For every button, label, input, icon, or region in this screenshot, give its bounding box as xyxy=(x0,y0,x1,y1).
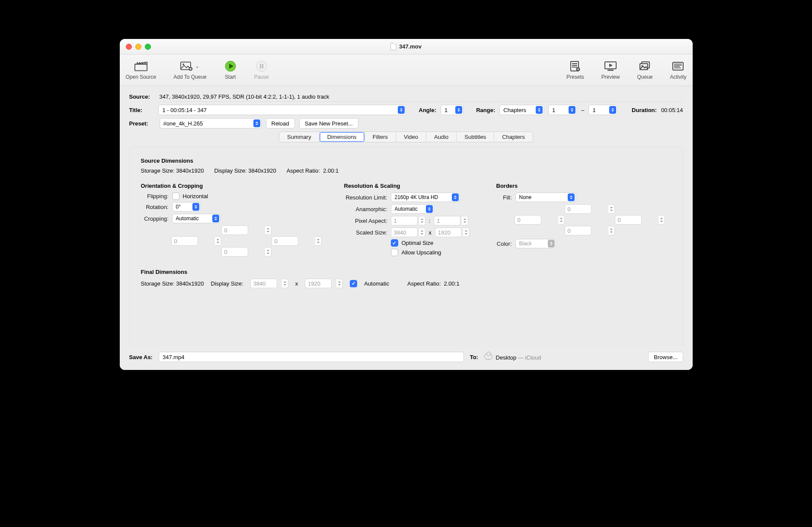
save-as-input[interactable]: 347.mp4 xyxy=(159,352,464,362)
stepper-icon[interactable] xyxy=(659,215,665,225)
colon-label: : xyxy=(429,218,431,224)
crop-right-input[interactable]: 0 xyxy=(272,236,298,246)
stepper-icon[interactable] xyxy=(215,236,221,246)
source-dimensions-heading: Source Dimensions xyxy=(141,157,671,164)
source-label: Source: xyxy=(129,93,155,100)
tab-summary[interactable]: Summary xyxy=(279,132,320,142)
svg-rect-15 xyxy=(673,62,683,70)
minimize-window-button[interactable] xyxy=(135,44,141,50)
stepper-arrows-icon xyxy=(398,106,405,114)
tab-video[interactable]: Video xyxy=(396,132,426,142)
stepper-icon[interactable] xyxy=(336,279,343,288)
stepper-icon[interactable] xyxy=(558,215,565,225)
cropping-label: Cropping: xyxy=(141,215,169,222)
angle-select[interactable]: 1 xyxy=(441,105,464,115)
stepper-icon[interactable] xyxy=(419,228,425,237)
stepper-icon[interactable] xyxy=(315,236,322,246)
scaled-height-input[interactable]: 1920 xyxy=(435,228,462,237)
presets-button[interactable]: Presets xyxy=(566,61,584,80)
tab-subtitles[interactable]: Subtitles xyxy=(457,132,494,142)
reload-button[interactable]: Reload xyxy=(266,118,295,129)
stepper-icon[interactable] xyxy=(265,247,272,257)
rotation-select[interactable]: 0° xyxy=(172,202,201,212)
window-title-text: 347.mov xyxy=(399,43,422,50)
fill-label: Fill: xyxy=(496,194,512,201)
crop-bottom-input[interactable]: 0 xyxy=(221,247,248,257)
start-label: Start xyxy=(225,74,236,80)
cropping-select[interactable]: Automatic xyxy=(172,214,221,223)
crop-top-input[interactable]: 0 xyxy=(221,225,248,235)
cloud-icon xyxy=(484,353,492,360)
browse-button[interactable]: Browse... xyxy=(648,352,683,362)
scaling-heading: Resolution & Scaling xyxy=(344,183,474,189)
svg-point-5 xyxy=(256,61,267,71)
destination[interactable]: Desktop — iCloud xyxy=(484,353,541,361)
separator xyxy=(162,101,683,102)
border-right-input[interactable]: 0 xyxy=(615,215,642,225)
stepper-arrows-icon xyxy=(536,106,543,114)
tab-chapters[interactable]: Chapters xyxy=(494,132,533,142)
fill-select[interactable]: None xyxy=(515,193,576,202)
svg-point-2 xyxy=(183,63,185,65)
queue-button[interactable]: Queue xyxy=(637,61,652,80)
stepper-icon[interactable] xyxy=(463,228,470,237)
add-to-queue-button[interactable]: ⌄ Add To Queue xyxy=(173,61,207,80)
title-label: Title: xyxy=(129,107,154,113)
tab-audio[interactable]: Audio xyxy=(426,132,457,142)
range-label: Range: xyxy=(476,107,495,113)
stepper-icon[interactable] xyxy=(462,216,468,225)
range-type-select[interactable]: Chapters xyxy=(499,105,544,115)
browse-label: Browse... xyxy=(654,354,677,360)
orientation-heading: Orientation & Cropping xyxy=(141,183,322,189)
pixel-aspect-label: Pixel Aspect: xyxy=(344,218,387,224)
stepper-icon[interactable] xyxy=(282,279,288,288)
final-automatic-checkbox[interactable]: ✓ xyxy=(350,280,357,287)
final-display-width-input[interactable]: 3840 xyxy=(250,279,277,288)
fill-grid: 0 0 0 0 xyxy=(515,204,665,235)
stepper-icon[interactable] xyxy=(265,225,272,235)
crop-grid: 0 0 0 0 xyxy=(171,225,322,257)
stepper-icon[interactable] xyxy=(608,204,615,214)
anamorphic-select[interactable]: Automatic xyxy=(391,204,434,214)
activity-button[interactable]: Activity xyxy=(670,61,686,80)
chevron-down-icon[interactable]: ⌄ xyxy=(195,63,199,69)
save-new-preset-button[interactable]: Save New Preset... xyxy=(299,118,358,129)
title-select-value: 1 - 00:05:14 - 347 xyxy=(162,107,207,113)
flip-horizontal-label: Horizontal xyxy=(183,193,208,199)
scaled-size-label: Scaled Size: xyxy=(344,229,387,236)
open-source-button[interactable]: Open Source xyxy=(126,61,157,80)
pixel-aspect-b-input[interactable]: 1 xyxy=(434,216,460,225)
border-left-input[interactable]: 0 xyxy=(515,215,541,225)
start-button[interactable]: Start xyxy=(224,61,237,80)
range-to-select[interactable]: 1 xyxy=(588,105,617,115)
range-from-select[interactable]: 1 xyxy=(548,105,577,115)
border-color-label: Color: xyxy=(496,241,512,247)
preset-select[interactable]: #one_4k_H.265 xyxy=(160,118,262,129)
stepper-arrows-icon xyxy=(609,106,616,114)
flip-horizontal-checkbox[interactable] xyxy=(172,193,179,200)
tab-filters[interactable]: Filters xyxy=(365,132,396,142)
stepper-icon[interactable] xyxy=(419,216,425,225)
close-window-button[interactable] xyxy=(126,44,132,50)
allow-upscaling-checkbox[interactable] xyxy=(391,249,398,256)
pixel-aspect-a-input[interactable]: 1 xyxy=(391,216,418,225)
aspect-ratio-value: 2.00:1 xyxy=(323,167,339,174)
stepper-icon[interactable] xyxy=(608,226,615,235)
crop-left-input[interactable]: 0 xyxy=(171,236,198,246)
preview-button[interactable]: Preview xyxy=(601,61,620,80)
border-bottom-input[interactable]: 0 xyxy=(565,226,591,235)
optimal-size-checkbox[interactable]: ✓ xyxy=(391,239,398,247)
tab-dimensions[interactable]: Dimensions xyxy=(320,132,365,142)
to-label: To: xyxy=(470,354,478,360)
scaled-width-input[interactable]: 3840 xyxy=(391,228,418,237)
app-window: 347.mov Open Source ⌄ Add To Queue xyxy=(120,39,693,370)
title-select[interactable]: 1 - 00:05:14 - 347 xyxy=(158,105,406,115)
border-top-input[interactable]: 0 xyxy=(565,204,591,214)
preset-label: Preset: xyxy=(129,120,155,127)
resolution-limit-select[interactable]: 2160p 4K Ultra HD xyxy=(391,193,460,202)
range-from-value: 1 xyxy=(552,107,555,113)
final-display-height-input[interactable]: 1920 xyxy=(305,279,332,288)
svg-rect-11 xyxy=(607,70,614,71)
pause-icon xyxy=(255,61,268,72)
zoom-window-button[interactable] xyxy=(145,44,151,50)
